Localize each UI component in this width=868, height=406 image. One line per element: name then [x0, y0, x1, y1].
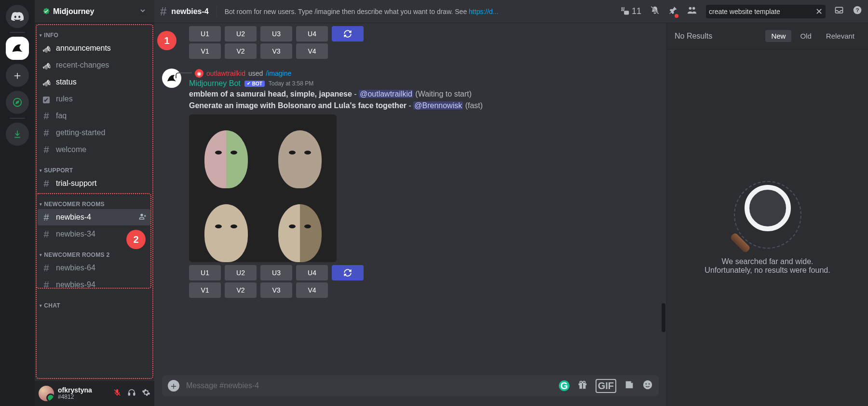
message-line-1: emblem of a samurai head, simple, japane…: [189, 89, 659, 99]
search-input[interactable]: [709, 8, 815, 15]
help-button[interactable]: ?: [853, 5, 862, 17]
annotation-badge-1: 1: [157, 31, 176, 50]
upscale-u1-button[interactable]: U1: [189, 26, 221, 42]
upscale-u4-button[interactable]: U4: [296, 26, 328, 42]
topic-link[interactable]: https://d...: [469, 8, 498, 15]
channel-title: newbies-4: [171, 7, 208, 16]
message-input[interactable]: [186, 381, 552, 390]
svg-point-2: [140, 214, 143, 216]
hash-limited-icon: [41, 212, 51, 223]
variation-v4-button[interactable]: V4: [296, 43, 328, 59]
channel-topic[interactable]: Bot room for new users. Type /imagine th…: [225, 8, 614, 15]
channel-faq[interactable]: faq: [38, 108, 150, 124]
server-name-label: Midjourney: [53, 7, 94, 16]
deafen-button[interactable]: [127, 388, 136, 399]
mention-user[interactable]: @Brennowisk: [413, 101, 463, 110]
message-area: 1 U1 U2 U3 U4 V1 V2 V3: [154, 23, 666, 406]
variation-v1-button[interactable]: V1: [189, 43, 221, 59]
upscale-u2-button[interactable]: U2: [225, 265, 257, 280]
self-avatar[interactable]: [39, 386, 54, 401]
create-invite-icon[interactable]: [139, 212, 147, 222]
self-tag: #4812: [58, 394, 109, 400]
empty-text-2: Unfortunately, no results were found.: [705, 266, 830, 275]
variation-v2-button[interactable]: V2: [225, 43, 257, 59]
svg-point-18: [580, 381, 582, 383]
notifications-button[interactable]: [650, 5, 660, 17]
grammarly-icon[interactable]: G: [559, 380, 570, 391]
channel-welcome[interactable]: welcome: [38, 141, 150, 158]
server-header-button[interactable]: Midjourney: [35, 0, 154, 23]
message-timestamp: Today at 3:58 PM: [269, 80, 313, 87]
clear-search-button[interactable]: ✕: [815, 6, 823, 17]
category-support[interactable]: ▾SUPPORT: [36, 158, 152, 175]
add-server-button[interactable]: ＋: [6, 64, 29, 87]
svg-rect-7: [624, 11, 629, 14]
download-apps-button[interactable]: [6, 123, 29, 146]
megaphone-icon: [41, 77, 51, 88]
channel-top-bar: # newbies-4 Bot room for new users. Type…: [154, 0, 868, 23]
mention-user[interactable]: @outlawtrailkid: [359, 90, 413, 98]
member-list-button[interactable]: [687, 5, 697, 18]
explore-servers-button[interactable]: [6, 91, 29, 114]
reroll-button[interactable]: [332, 265, 364, 280]
variation-v4-button[interactable]: V4: [296, 282, 328, 298]
search-tab-old[interactable]: Old: [794, 30, 817, 42]
category-chat[interactable]: ▾CHAT: [36, 294, 152, 310]
hash-limited-icon: [41, 280, 51, 291]
channel-announcements[interactable]: announcements: [38, 40, 150, 56]
svg-point-21: [646, 383, 647, 384]
reply-reference[interactable]: ◉ outlawtrailkid used /imagine: [176, 69, 659, 78]
upscale-u1-button[interactable]: U1: [189, 265, 221, 280]
attach-button[interactable]: ＋: [168, 380, 179, 392]
generated-image-grid[interactable]: [189, 114, 337, 262]
channel-status[interactable]: status: [38, 74, 150, 90]
upscale-u3-button[interactable]: U3: [260, 265, 292, 280]
channel-newbies-4[interactable]: newbies-4: [38, 209, 150, 225]
variation-v3-button[interactable]: V3: [260, 43, 292, 59]
discord-home-button[interactable]: [6, 5, 29, 28]
inbox-button[interactable]: [834, 5, 844, 17]
channel-recent-changes[interactable]: recent-changes: [38, 57, 150, 73]
empty-text-1: We searched far and wide.: [705, 257, 830, 266]
reroll-button[interactable]: [332, 26, 364, 42]
hash-icon: [41, 178, 51, 189]
threads-button[interactable]: 11: [619, 6, 641, 17]
svg-point-11: [692, 7, 695, 10]
upscale-u2-button[interactable]: U2: [225, 26, 257, 42]
category-info[interactable]: ▾INFO: [36, 23, 152, 40]
upscale-u3-button[interactable]: U3: [260, 26, 292, 42]
variation-v1-button[interactable]: V1: [189, 282, 221, 298]
user-panel: ofkrystyna #4812: [35, 381, 154, 406]
search-tab-new[interactable]: New: [765, 30, 791, 42]
emoji-button[interactable]: [642, 379, 653, 392]
scrollbar-thumb[interactable]: [662, 303, 665, 332]
svg-point-10: [689, 7, 692, 10]
pinned-messages-button[interactable]: [668, 5, 678, 17]
svg-point-20: [643, 380, 652, 389]
channel-newbies-64[interactable]: newbies-64: [38, 260, 150, 276]
sticker-button[interactable]: [624, 379, 635, 392]
channel-newbies-94[interactable]: newbies-94: [38, 277, 150, 293]
search-results-count: No Results: [675, 32, 760, 41]
gift-button[interactable]: [577, 379, 588, 392]
reply-command: /imagine: [266, 70, 291, 77]
message-line-2: Generate an image with Bolsonaro and Lul…: [189, 100, 659, 111]
variation-v3-button[interactable]: V3: [260, 282, 292, 298]
channel-getting-started[interactable]: getting-started: [38, 125, 150, 141]
user-settings-button[interactable]: [142, 388, 150, 399]
category-newcomer-rooms[interactable]: ▾NEWCOMER ROOMS: [36, 192, 152, 209]
variation-v2-button[interactable]: V2: [225, 282, 257, 298]
channel-rules[interactable]: rules: [38, 91, 150, 107]
mute-mic-button[interactable]: [113, 388, 122, 399]
gif-button[interactable]: GIF: [596, 379, 616, 393]
upscale-u4-button[interactable]: U4: [296, 265, 328, 280]
server-midjourney-button[interactable]: [6, 37, 29, 60]
reply-username: outlawtrailkid: [206, 70, 245, 77]
search-tab-relevant[interactable]: Relevant: [820, 30, 860, 42]
svg-rect-6: [134, 393, 135, 395]
channel-trial-support[interactable]: trial-support: [38, 175, 150, 192]
rules-icon: [41, 94, 51, 105]
megaphone-icon: [41, 60, 51, 71]
author-name[interactable]: Midjourney Bot: [189, 79, 241, 88]
bot-tag: BOT: [244, 81, 265, 87]
